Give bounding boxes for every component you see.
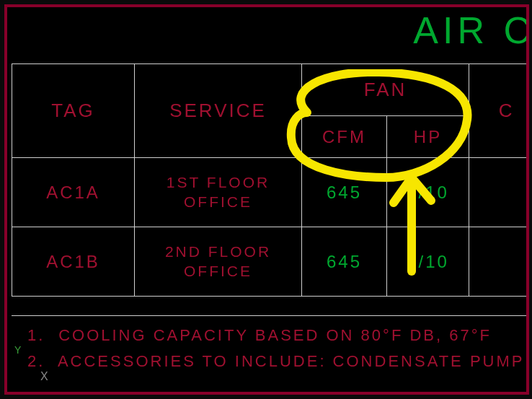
note-text: ACCESSORIES TO INCLUDE: CONDENSATE PUMP bbox=[58, 352, 525, 370]
header-hp: HP bbox=[387, 116, 469, 158]
drawing-canvas: AIR C TAG SERVICE FAN C CFM HP AC1A 1ST … bbox=[12, 12, 528, 387]
cell-cfm: 645 bbox=[302, 227, 387, 297]
note-2: 2. ACCESSORIES TO INCLUDE: CONDENSATE PU… bbox=[27, 352, 528, 371]
header-row-1: TAG SERVICE FAN C bbox=[12, 64, 530, 116]
note-1: 1. COOLING CAPACITY BASED ON 80°F DB, 67… bbox=[27, 326, 528, 345]
schedule-title: AIR C bbox=[413, 9, 529, 52]
service-line2: OFFICE bbox=[184, 263, 252, 279]
note-number: 2. bbox=[27, 352, 52, 371]
service-line1: 2ND FLOOR bbox=[165, 243, 271, 260]
header-c: C bbox=[469, 64, 529, 158]
note-number: 1. bbox=[27, 326, 52, 345]
cell-c bbox=[469, 227, 529, 297]
cell-tag: AC1B bbox=[12, 227, 135, 297]
cell-c bbox=[469, 158, 529, 227]
cell-tag: AC1A bbox=[12, 158, 135, 227]
schedule-table: TAG SERVICE FAN C CFM HP AC1A 1ST FLOOR … bbox=[12, 63, 529, 297]
header-cfm: CFM bbox=[302, 116, 387, 158]
header-service: SERVICE bbox=[135, 64, 302, 158]
ucs-y-icon: Y bbox=[14, 344, 21, 356]
cell-hp: 1/10 bbox=[387, 158, 469, 227]
notes-block: 1. COOLING CAPACITY BASED ON 80°F DB, 67… bbox=[12, 315, 528, 387]
header-fan: FAN bbox=[302, 64, 469, 116]
cell-service: 2ND FLOOR OFFICE bbox=[135, 227, 302, 297]
cell-hp: 1/10 bbox=[387, 227, 469, 297]
cell-cfm: 645 bbox=[302, 158, 387, 227]
header-tag: TAG bbox=[12, 64, 135, 158]
ucs-x-icon: X bbox=[40, 370, 48, 383]
service-line2: OFFICE bbox=[184, 193, 252, 210]
drawing-frame: AIR C TAG SERVICE FAN C CFM HP AC1A 1ST … bbox=[4, 4, 529, 395]
service-line1: 1ST FLOOR bbox=[167, 174, 270, 190]
table-row: AC1B 2ND FLOOR OFFICE 645 1/10 bbox=[12, 227, 530, 297]
note-text: COOLING CAPACITY BASED ON 80°F DB, 67°F bbox=[58, 326, 492, 344]
table-row: AC1A 1ST FLOOR OFFICE 645 1/10 bbox=[12, 158, 530, 227]
cell-service: 1ST FLOOR OFFICE bbox=[135, 158, 302, 227]
